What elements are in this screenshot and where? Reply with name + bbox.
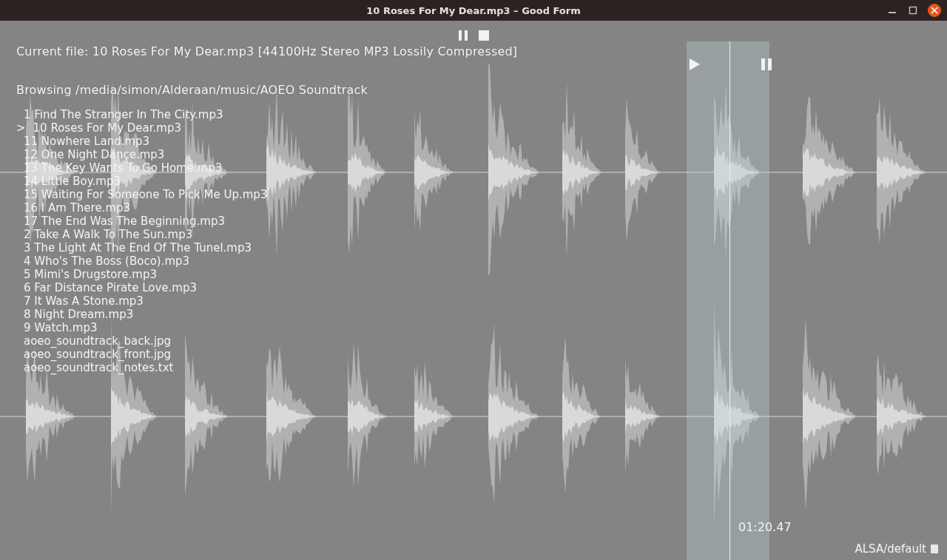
file-list-item-label: 3 The Light At The End Of The Tunel.mp3 bbox=[24, 241, 252, 254]
waveform-stage[interactable]: Current file: 10 Roses For My Dear.mp3 [… bbox=[0, 21, 947, 560]
file-list-item[interactable]: 1 Find The Stranger In The City.mp3 bbox=[16, 108, 267, 121]
file-list-item-label: 4 Who's The Boss (Boco).mp3 bbox=[24, 254, 189, 268]
file-list-item[interactable]: aoeo_soundtrack_front.jpg bbox=[16, 348, 267, 361]
file-list-item[interactable]: 14 Little Boy.mp3 bbox=[16, 175, 267, 188]
current-file-line: Current file: 10 Roses For My Dear.mp3 [… bbox=[16, 44, 517, 58]
file-list-item-label: 13 The Key Wants To Go Home.mp3 bbox=[24, 161, 222, 175]
file-list-item-label: 15 Waiting For Someone To Pick Me Up.mp3 bbox=[24, 188, 267, 201]
svg-rect-11 bbox=[768, 58, 772, 70]
loop-highlight[interactable] bbox=[687, 41, 769, 560]
window-controls bbox=[886, 0, 941, 21]
file-list-item[interactable]: 17 The End Was The Beginning.mp3 bbox=[16, 215, 267, 228]
file-list-item-label: aoeo_soundtrack_back.jpg bbox=[24, 334, 171, 348]
loop-end-pause-icon[interactable] bbox=[761, 58, 772, 74]
file-list-item-label: 11 Nowhere Land.mp3 bbox=[24, 135, 149, 148]
minimize-button[interactable] bbox=[886, 4, 898, 16]
audio-status: ALSA/default bbox=[855, 542, 938, 556]
file-list: 1 Find The Stranger In The City.mp3>10 R… bbox=[16, 108, 267, 374]
playhead[interactable] bbox=[729, 41, 730, 560]
file-list-item[interactable]: aoeo_soundtrack_back.jpg bbox=[16, 334, 267, 348]
audio-status-chip-icon bbox=[931, 544, 938, 553]
selected-marker-icon: > bbox=[16, 121, 26, 135]
file-list-item-label: 7 It Was A Stone.mp3 bbox=[24, 294, 144, 308]
file-list-item-label: 5 Mimi's Drugstore.mp3 bbox=[24, 268, 157, 281]
file-list-item[interactable]: >10 Roses For My Dear.mp3 bbox=[16, 121, 267, 135]
window-titlebar: 10 Roses For My Dear.mp3 – Good Form bbox=[0, 0, 947, 21]
browsing-path: Browsing /media/simon/Alderaan/music/AOE… bbox=[16, 83, 368, 97]
audio-status-label: ALSA/default bbox=[855, 542, 926, 556]
file-list-item[interactable]: 16 I Am There.mp3 bbox=[16, 201, 267, 215]
timecode: 01:20.47 bbox=[738, 520, 792, 534]
file-list-item[interactable]: 8 Night Dream.mp3 bbox=[16, 308, 267, 321]
file-list-item-label: aoeo_soundtrack_front.jpg bbox=[24, 348, 171, 361]
file-list-item-label: 6 Far Distance Pirate Love.mp3 bbox=[24, 281, 197, 294]
close-button[interactable] bbox=[928, 4, 941, 17]
file-list-item-label: 17 The End Was The Beginning.mp3 bbox=[24, 215, 225, 228]
file-list-item[interactable]: 7 It Was A Stone.mp3 bbox=[16, 294, 267, 308]
file-list-item[interactable]: 3 The Light At The End Of The Tunel.mp3 bbox=[16, 241, 267, 254]
file-list-item[interactable]: aoeo_soundtrack_notes.txt bbox=[16, 361, 267, 374]
svg-rect-8 bbox=[479, 30, 489, 41]
loop-start-play-icon[interactable] bbox=[688, 58, 701, 74]
file-list-item-label: 2 Take A Walk To The Sun.mp3 bbox=[24, 228, 192, 241]
file-list-item-label: 16 I Am There.mp3 bbox=[24, 201, 130, 215]
window-title: 10 Roses For My Dear.mp3 – Good Form bbox=[366, 5, 580, 16]
svg-rect-10 bbox=[761, 58, 765, 70]
file-list-item[interactable]: 5 Mimi's Drugstore.mp3 bbox=[16, 268, 267, 281]
file-list-item-label: 8 Night Dream.mp3 bbox=[24, 308, 133, 321]
file-list-item[interactable]: 9 Watch.mp3 bbox=[16, 321, 267, 334]
file-list-item-label: 14 Little Boy.mp3 bbox=[24, 175, 121, 188]
maximize-button[interactable] bbox=[907, 4, 919, 16]
file-list-item-label: 12 One Night Dance.mp3 bbox=[24, 148, 164, 161]
svg-rect-1 bbox=[910, 7, 917, 14]
file-list-item-label: 10 Roses For My Dear.mp3 bbox=[30, 121, 181, 135]
file-list-item[interactable]: 15 Waiting For Someone To Pick Me Up.mp3 bbox=[16, 188, 267, 201]
file-list-item[interactable]: 12 One Night Dance.mp3 bbox=[16, 148, 267, 161]
file-list-item-label: 1 Find The Stranger In The City.mp3 bbox=[24, 108, 223, 121]
file-list-item[interactable]: 2 Take A Walk To The Sun.mp3 bbox=[16, 228, 267, 241]
file-list-item[interactable]: 11 Nowhere Land.mp3 bbox=[16, 135, 267, 148]
file-list-item[interactable]: 13 The Key Wants To Go Home.mp3 bbox=[16, 161, 267, 175]
stop-icon[interactable] bbox=[478, 30, 490, 41]
file-list-item-label: 9 Watch.mp3 bbox=[24, 321, 97, 334]
svg-marker-9 bbox=[690, 58, 700, 70]
file-list-item[interactable]: 6 Far Distance Pirate Love.mp3 bbox=[16, 281, 267, 294]
file-list-item[interactable]: 4 Who's The Boss (Boco).mp3 bbox=[16, 254, 267, 268]
file-list-item-label: aoeo_soundtrack_notes.txt bbox=[24, 361, 174, 374]
svg-rect-7 bbox=[465, 30, 468, 41]
svg-rect-6 bbox=[459, 30, 462, 41]
pause-icon[interactable] bbox=[457, 30, 469, 41]
transport-mini bbox=[457, 30, 490, 41]
